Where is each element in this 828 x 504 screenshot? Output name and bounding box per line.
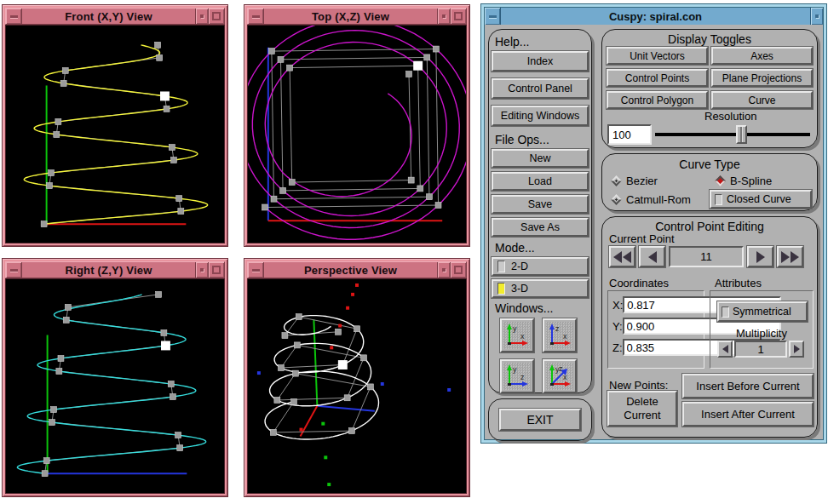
open-top-view-button[interactable]: zx [543,318,577,352]
insert-after-current-button[interactable]: Insert After Current [682,402,814,427]
mode-3d-toggle[interactable]: 3-D [492,279,589,298]
window-menu-button[interactable] [6,9,22,24]
help-index-button[interactable]: Index [492,51,589,72]
perspective-view-canvas[interactable] [247,278,467,494]
control-points[interactable] [42,291,183,476]
maximize-button[interactable] [450,9,466,24]
right-view-canvas[interactable] [5,278,225,494]
help-editing-windows-button[interactable]: Editing Windows [492,106,589,126]
slider-track[interactable] [655,133,810,136]
display-toggles-title: Display Toggles [602,32,817,46]
mode-3d-indicator [497,283,505,295]
plane-projections-toggle[interactable]: Plane Projections [711,69,813,87]
double-right-arrow-icon [781,251,790,263]
file-save-as-button[interactable]: Save As [492,218,589,237]
b-spline-radio[interactable]: B-Spline [715,175,772,187]
current-control-point[interactable] [161,341,170,350]
window-menu-button[interactable] [6,262,22,278]
bezier-label: Bezier [626,175,658,187]
file-load-button[interactable]: Load [492,172,589,191]
maximize-button[interactable] [208,262,224,278]
front-view-canvas[interactable] [5,25,225,243]
exit-button[interactable]: EXIT [499,409,581,431]
control-points[interactable] [262,46,441,210]
bezier-radio[interactable]: Bezier [611,175,658,187]
minimize-button[interactable] [195,262,208,278]
window-menu-icon [252,15,260,18]
current-point-value[interactable]: 11 [669,246,744,267]
multiplicity-increment-button[interactable] [789,341,804,358]
top-view-axes-icon: zx [546,322,573,349]
control-points-toggle[interactable]: Control Points [607,69,708,87]
symmetrical-toggle[interactable]: Symmetrical [717,301,808,322]
multiplicity-stepper: 1 [717,341,804,358]
control-points[interactable] [41,42,184,226]
left-arrow-icon [648,251,657,263]
mode-2d-toggle[interactable]: 2-D [492,257,589,276]
control-polygon-toggle[interactable]: Control Polygon [607,91,708,109]
panel-titlebar: Cuspy: spiral.con [485,8,823,25]
curve-toggle[interactable]: Curve [711,91,813,109]
minimize-button[interactable] [810,8,823,25]
current-control-point[interactable] [160,91,170,100]
maximize-icon [454,12,463,20]
multiplicity-label: Multiplicity [710,327,813,340]
unit-vectors-toggle[interactable]: Unit Vectors [607,47,708,65]
mode-3d-label: 3-D [511,283,528,295]
attributes-label: Attributes [715,277,762,289]
axes-toggle[interactable]: Axes [711,47,813,65]
plane-projection-dots [257,284,451,486]
last-point-button[interactable] [777,246,803,267]
svg-text:x: x [563,373,567,381]
file-new-button[interactable]: New [492,149,589,168]
resolution-input[interactable] [607,124,652,145]
symmetrical-label: Symmetrical [733,306,791,318]
multiplicity-decrement-button[interactable] [717,341,733,358]
minimize-icon [200,268,204,272]
closed-curve-toggle[interactable]: Closed Curve [710,190,812,209]
minimize-button[interactable] [195,9,208,24]
slider-thumb[interactable] [736,125,747,144]
resolution-row [607,123,810,146]
open-right-view-button[interactable]: yz [500,359,534,393]
top-view-window: Top (X,Z) View [244,4,470,247]
multiplicity-value[interactable]: 1 [734,341,787,358]
window-menu-icon [10,15,18,18]
window-menu-icon [489,15,497,18]
minimize-icon [442,14,446,18]
minimize-button[interactable] [437,9,450,24]
next-point-button[interactable] [747,246,773,267]
right-view-axes-icon: yz [503,363,531,390]
current-control-point[interactable] [338,360,348,369]
maximize-button[interactable] [208,9,224,24]
catmull-rom-radio[interactable]: Catmull-Rom [611,193,691,206]
top-titlebar: Top (X,Z) View [247,8,467,25]
file-save-button[interactable]: Save [492,195,589,214]
open-front-view-button[interactable]: yx [500,318,534,352]
curve-type-title: Curve Type [602,158,817,171]
minimize-button[interactable] [437,262,450,278]
maximize-button[interactable] [450,262,466,278]
current-control-point[interactable] [413,61,423,71]
window-menu-button[interactable] [485,8,501,25]
top-view-canvas[interactable] [247,25,467,243]
radio-indicator [715,175,726,186]
maximize-icon [454,266,463,274]
svg-text:x: x [563,332,567,341]
insert-before-current-button[interactable]: Insert Before Current [682,374,814,398]
delete-current-button[interactable]: Delete Current [607,391,677,427]
exit-group: EXIT [488,398,592,441]
front-view-axes-icon: yx [503,322,531,349]
help-control-panel-button[interactable]: Control Panel [492,78,589,99]
open-perspective-view-button[interactable]: yzx [543,359,577,393]
right-titlebar: Right (Z,Y) View [5,261,225,278]
curve-type-group: Curve Type Bezier B-Spline Catmull-Rom C… [601,153,818,211]
previous-point-button[interactable] [639,246,665,267]
window-menu-button[interactable] [248,262,264,278]
first-point-button[interactable] [609,246,635,267]
z-coordinate-row: Z: [612,339,699,356]
resolution-slider[interactable] [655,124,810,145]
window-menu-button[interactable] [248,9,264,24]
resolution-label: Resolution [704,110,756,123]
file-ops-label: File Ops... [495,133,589,146]
